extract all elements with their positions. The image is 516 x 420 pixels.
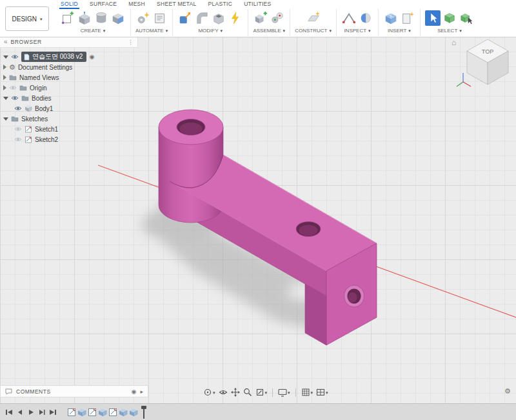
expand-icon[interactable] [3,65,6,70]
active-component-chip[interactable]: 연습도면 0038 v2 [21,52,86,62]
expand-icon[interactable] [3,97,8,100]
expand-icon[interactable] [3,75,6,80]
grid-settings-button[interactable]: ▾ [301,387,314,397]
group-label[interactable]: CONSTRUCT [295,28,327,34]
skip-end-icon [49,408,57,416]
tab-surface[interactable]: SURFACE [88,0,118,9]
activate-radio-icon[interactable]: ◉ [89,54,94,60]
tab-sheet-metal[interactable]: SHEET METAL [155,0,198,9]
group-label[interactable]: SELECT [437,28,457,34]
eye-hidden-icon[interactable] [14,136,22,143]
skip-to-end-button[interactable] [48,407,57,417]
browser-header: « BROWSER ⋮ [0,37,138,48]
insert-mesh-button[interactable] [383,10,399,26]
orbit-icon [203,388,212,397]
paint-select-button[interactable] [459,10,474,26]
step-forward-button[interactable] [37,407,46,417]
browser-menu-icon[interactable]: ⋮ [128,39,134,45]
eye-icon[interactable] [14,105,22,112]
viewcube[interactable]: ⌂ TOP [452,35,515,92]
browser-item-body1[interactable]: Body1 [3,103,138,114]
new-component-button[interactable] [253,10,268,26]
orbit-button[interactable]: ▾ [203,387,216,397]
select-tool-button[interactable] [425,10,441,26]
comments-expand-icon[interactable]: ▸ [140,388,143,395]
browser-item-sketch1[interactable]: Sketch1 [3,124,138,134]
measure-button[interactable] [341,10,357,26]
fillet-button[interactable] [194,10,210,26]
section-analysis-button[interactable] [358,10,373,26]
timeline-feature-extrude[interactable] [119,408,128,417]
pan-button[interactable] [230,387,241,397]
eye-icon[interactable] [11,95,19,101]
timeline-feature-extrude[interactable] [98,408,107,417]
create-sketch-button[interactable] [60,10,75,26]
window-select-button[interactable] [442,10,457,26]
script-editor-button[interactable] [152,10,168,26]
group-construct: CONSTRUCT ▾ [290,9,337,36]
zoom-button[interactable] [243,387,253,397]
item-label: Document Settings [18,64,73,71]
automate-button[interactable] [135,10,151,26]
eye-hidden-icon[interactable] [9,85,17,91]
tab-solid[interactable]: SOLID [59,0,79,9]
group-label[interactable]: CREATE [81,28,101,34]
joint-button[interactable] [270,10,285,26]
press-pull-icon [178,11,192,25]
group-label[interactable]: INSPECT [344,28,366,34]
browser-item-sketches[interactable]: Sketches [3,114,138,124]
skip-to-start-button[interactable] [4,407,14,417]
expand-icon[interactable] [3,85,6,90]
tab-utilities[interactable]: UTILITIES [243,0,272,9]
group-label[interactable]: MODIFY [198,28,218,34]
viewcube-home-icon[interactable]: ⌂ [452,38,456,47]
viewcube-cube[interactable]: TOP [452,35,515,92]
shell-button[interactable] [211,10,226,26]
tab-plastic[interactable]: PLASTIC [207,0,234,9]
timeline-feature-sketch[interactable] [108,408,117,417]
browser-item-named-views[interactable]: Named Views [3,72,138,83]
eye-icon[interactable] [11,54,19,60]
browser-collapse-icon[interactable]: « [4,39,8,45]
timeline-feature-extrude[interactable] [129,408,138,417]
browser-item-origin[interactable]: Origin [3,83,138,93]
display-settings-button[interactable]: ▾ [277,387,291,397]
primitive-box-button[interactable] [110,10,126,26]
browser-item-sketch2[interactable]: Sketch2 [3,134,138,145]
canvas-settings-icon[interactable]: ⚙ [504,387,511,395]
primitive-cylinder-button[interactable] [94,10,109,26]
item-label: Sketches [21,115,48,123]
expand-icon[interactable] [3,117,8,121]
browser-item-document-settings[interactable]: ⚙ Document Settings [3,62,138,72]
browser-item-bodies[interactable]: Bodies [3,93,138,103]
timeline-position-marker[interactable] [141,405,147,419]
comments-target-icon[interactable]: ◉ [132,388,137,395]
timeline-feature-sketch[interactable] [67,408,76,417]
workspace-switcher[interactable]: DESIGN ▾ [5,6,49,31]
comments-bar[interactable]: COMMENTS ◉ ▸ [0,385,148,397]
eye-hidden-icon[interactable] [14,126,22,132]
fit-button[interactable]: ▾ [255,387,268,397]
change-parameters-button[interactable] [228,10,243,26]
group-label[interactable]: INSERT [388,28,406,34]
caret-icon: ▾ [459,28,462,33]
automate-icon [136,11,150,25]
step-back-button[interactable] [15,407,25,417]
timeline-feature-sketch[interactable] [88,408,97,417]
play-button[interactable] [26,407,35,417]
look-at-button[interactable] [218,387,228,397]
construct-plane-button[interactable] [306,10,321,26]
component-label: 연습도면 0038 v2 [32,52,83,61]
extrude-button[interactable] [77,10,92,26]
group-label[interactable]: ASSEMBLE [253,28,281,34]
expand-icon[interactable] [3,55,8,59]
insert-decal-button[interactable] [400,10,415,26]
press-pull-button[interactable] [177,10,193,26]
browser-item-component[interactable]: 연습도면 0038 v2 ◉ [3,52,138,62]
tab-mesh[interactable]: MESH [127,0,146,9]
timeline-feature-extrude[interactable] [77,408,86,417]
group-label[interactable]: AUTOMATE [135,28,164,34]
viewports-button[interactable]: ▾ [315,387,329,397]
workspace-label: DESIGN [12,15,37,23]
timeline-features [67,408,138,417]
